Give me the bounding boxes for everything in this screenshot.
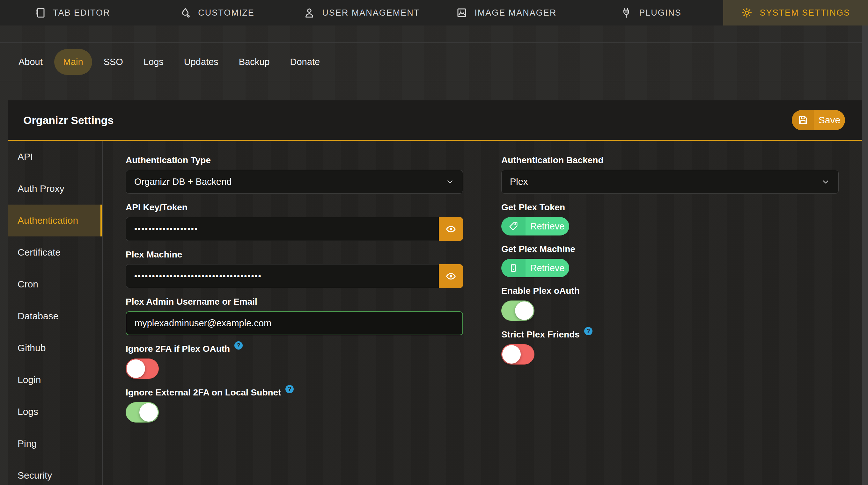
subnav-tab-sso[interactable]: SSO [95,49,132,75]
subnav-tab-donate[interactable]: Donate [281,49,329,75]
nav-image-manager[interactable]: IMAGE MANAGER [434,0,579,26]
sidebar-item-logs[interactable]: Logs [8,396,102,428]
panel-header: Organizr Settings Save [8,100,862,141]
auth-backend-label: Authentication Backend [501,155,839,166]
nav-label: PLUGINS [639,8,681,18]
strict-plex-friends-label: Strict Plex Friends ? [501,329,839,340]
ignore-external-2fa-label: Ignore External 2FA on Local Subnet ? [126,387,463,398]
chevron-down-icon [821,177,830,186]
plex-machine-field [126,264,463,288]
eye-icon [445,271,456,282]
get-plex-token-group: Get Plex Token Retrieve [501,202,839,235]
sidebar-item-ping[interactable]: Ping [8,428,102,459]
toggle-knob [127,359,145,378]
auth-type-selected-value: Organizr DB + Backend [134,176,231,187]
get-plex-machine-retrieve-button[interactable]: Retrieve [501,259,569,277]
auth-backend-selected-value: Plex [510,176,528,187]
form-column-right: Authentication Backend Plex Get Plex Tok… [501,155,839,431]
auth-backend-select[interactable]: Plex [501,170,839,194]
strict-plex-friends-group: Strict Plex Friends ? [501,329,839,364]
floppy-disk-icon [792,110,814,130]
nav-tab-editor[interactable]: TAB EDITOR [0,0,145,26]
api-key-group: API Key/Token [126,202,463,241]
nav-customize[interactable]: CUSTOMIZE [145,0,289,26]
sidebar-item-certificate[interactable]: Certificate [8,236,102,268]
ignore-2fa-label: Ignore 2FA if Plex OAuth ? [126,344,463,354]
sidebar-item-auth-proxy[interactable]: Auth Proxy [8,173,102,204]
subnav-tab-updates[interactable]: Updates [175,49,227,75]
help-icon[interactable]: ? [235,341,243,350]
ignore-2fa-group: Ignore 2FA if Plex OAuth ? [126,344,463,379]
subnav-tab-backup[interactable]: Backup [230,49,279,75]
nav-label: TAB EDITOR [53,8,110,18]
enable-plex-oauth-toggle[interactable] [501,300,534,321]
retrieve-button-label: Retrieve [526,217,569,235]
nav-label: IMAGE MANAGER [474,8,556,18]
api-key-field [126,217,463,241]
plex-admin-group: Plex Admin Username or Email [126,296,463,335]
get-plex-token-retrieve-button[interactable]: Retrieve [501,217,569,235]
subnav-tab-logs[interactable]: Logs [134,49,173,75]
sidebar-item-login[interactable]: Login [8,364,102,396]
get-plex-machine-group: Get Plex Machine Retrieve [501,244,839,277]
help-icon[interactable]: ? [584,327,592,335]
user-management-icon [304,7,315,19]
retrieve-button-label: Retrieve [526,259,569,277]
sidebar-item-github[interactable]: Github [8,332,102,364]
customize-icon [180,7,191,19]
nav-plugins[interactable]: PLUGINS [579,0,723,26]
subnav-tab-main[interactable]: Main [54,49,92,75]
auth-backend-group: Authentication Backend Plex [501,155,839,194]
api-key-label: API Key/Token [126,202,463,213]
toggle-knob [140,403,158,422]
eye-icon [445,224,456,234]
subnav-tab-about[interactable]: About [9,49,52,75]
tag-icon [501,217,526,235]
settings-panel: Organizr Settings Save API Auth Proxy Au… [8,100,862,485]
ignore-external-2fa-group: Ignore External 2FA on Local Subnet ? [126,387,463,423]
settings-form: Authentication Type Organizr DB + Backen… [103,141,862,485]
plex-admin-input[interactable] [126,311,463,335]
plex-machine-input[interactable] [126,264,439,288]
panel-body: API Auth Proxy Authentication Certificat… [8,141,862,485]
plex-machine-reveal-button[interactable] [439,264,463,288]
toggle-knob [515,301,533,320]
get-plex-token-label: Get Plex Token [501,202,839,213]
save-button[interactable]: Save [792,110,845,130]
gear-icon [741,7,752,19]
top-nav: TAB EDITOR CUSTOMIZE USER MANAGEMENT IMA… [0,0,868,26]
image-manager-icon [456,7,467,19]
chevron-down-icon [445,177,455,186]
toggle-knob [502,345,521,364]
page-scrollbar[interactable] [862,26,868,485]
nav-system-settings[interactable]: SYSTEM SETTINGS [723,0,868,26]
plugins-icon [621,7,632,19]
ignore-2fa-toggle[interactable] [126,358,159,379]
plex-admin-label: Plex Admin Username or Email [126,296,463,307]
auth-type-label: Authentication Type [126,155,463,166]
nav-label: CUSTOMIZE [198,8,254,18]
sub-nav: About Main SSO Logs Updates Backup Donat… [0,42,868,81]
auth-type-select[interactable]: Organizr DB + Backend [126,170,463,194]
nav-user-management[interactable]: USER MANAGEMENT [289,0,434,26]
api-key-reveal-button[interactable] [439,217,463,241]
enable-plex-oauth-group: Enable Plex oAuth [501,286,839,321]
settings-sidebar: API Auth Proxy Authentication Certificat… [8,141,103,485]
help-icon[interactable]: ? [285,385,294,393]
sidebar-item-database[interactable]: Database [8,300,102,332]
ignore-external-2fa-toggle[interactable] [126,402,159,423]
form-column-left: Authentication Type Organizr DB + Backen… [126,155,463,431]
enable-plex-oauth-label: Enable Plex oAuth [501,286,839,296]
api-key-input[interactable] [126,217,439,241]
page-title: Organizr Settings [23,114,114,127]
sidebar-item-cron[interactable]: Cron [8,268,102,300]
nav-label: USER MANAGEMENT [322,8,420,18]
plex-machine-label: Plex Machine [126,249,463,260]
sidebar-item-authentication[interactable]: Authentication [8,204,102,236]
strict-plex-friends-toggle[interactable] [501,344,534,364]
tab-editor-icon [34,7,46,19]
sidebar-item-api[interactable]: API [8,141,102,173]
save-button-label: Save [814,110,845,130]
sidebar-item-security[interactable]: Security [8,459,102,485]
get-plex-machine-label: Get Plex Machine [501,244,839,255]
